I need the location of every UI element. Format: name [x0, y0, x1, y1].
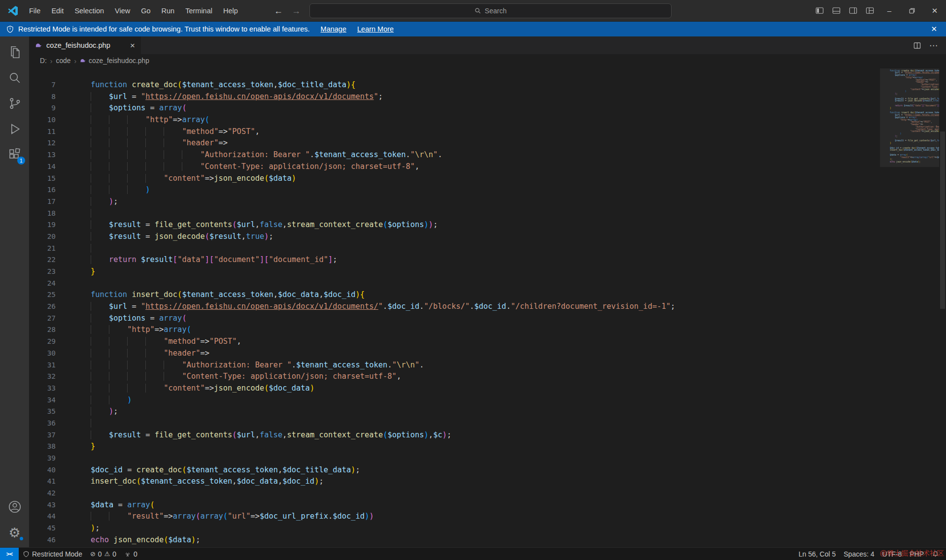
explorer-icon[interactable] — [0, 39, 29, 65]
line-number: 18 — [29, 208, 56, 220]
restore-button[interactable] — [901, 0, 923, 22]
extensions-icon[interactable]: 1 — [0, 142, 29, 167]
source-control-icon[interactable] — [0, 91, 29, 116]
code-line[interactable]: 32 "Content-Type: application/json; char… — [29, 371, 875, 383]
code-line[interactable]: 7function create_doc($tenant_access_toke… — [29, 79, 875, 91]
menu-terminal[interactable]: Terminal — [180, 0, 218, 22]
code-line[interactable]: 44 "result"=>array(array("url"=>$doc_url… — [29, 511, 875, 523]
code-line[interactable]: 33 "content"=>json_encode($doc_data) — [29, 383, 875, 395]
menu-selection[interactable]: Selection — [69, 0, 109, 22]
code-line[interactable]: 41insert_doc($tenant_access_token,$doc_d… — [29, 476, 875, 488]
php-icon — [35, 42, 42, 49]
code-line[interactable]: 19 $result = file_get_contents($url,fals… — [29, 219, 875, 231]
menu-edit[interactable]: Edit — [46, 0, 69, 22]
code-line[interactable]: 39 — [29, 453, 875, 464]
line-number: 45 — [29, 523, 56, 534]
banner-close-icon[interactable]: ✕ — [928, 25, 940, 33]
code-line[interactable]: 20 $result = json_decode($result,true); — [29, 231, 875, 243]
code-line[interactable]: 26 $url = "https://open.feishu.cn/open-a… — [29, 301, 875, 313]
extensions-badge: 1 — [17, 157, 25, 165]
toggle-secondary-sidebar-icon[interactable] — [845, 0, 861, 22]
minimap[interactable]: function create_doc($tenant_access_token… — [880, 67, 939, 547]
remote-indicator[interactable]: >< — [0, 548, 19, 560]
tab-coze-feishudoc[interactable]: coze_feishudoc.php × — [29, 36, 141, 54]
code-line[interactable]: 12 "header"=> — [29, 137, 875, 149]
code-line[interactable]: 45); — [29, 523, 875, 534]
code-line[interactable]: 46echo json_encode($data); — [29, 534, 875, 546]
breadcrumb-drive[interactable]: D: — [40, 57, 47, 65]
line-number: 34 — [29, 395, 56, 406]
code-line[interactable]: 24 — [29, 278, 875, 290]
code-line[interactable]: 37 $result = file_get_contents($url,fals… — [29, 429, 875, 441]
indentation-status[interactable]: Spaces: 4 — [840, 548, 878, 560]
account-icon[interactable] — [0, 494, 29, 520]
banner-text: Restricted Mode is intended for safe cod… — [18, 25, 310, 33]
customize-layout-icon[interactable] — [861, 0, 878, 22]
code-line[interactable]: 8 $url = "https://open.feishu.cn/open-ap… — [29, 91, 875, 103]
search-box[interactable]: Search — [309, 3, 672, 18]
code-line[interactable]: 13 "Authorization: Bearer ".$tenant_acce… — [29, 149, 875, 161]
code-line[interactable]: 27 $options = array( — [29, 313, 875, 325]
code-line[interactable]: 22 return $result["data"]["document"]["d… — [29, 254, 875, 266]
code-line[interactable]: 31 "Authorization: Bearer ".$tenant_acce… — [29, 360, 875, 371]
code-area[interactable]: 7function create_doc($tenant_access_toke… — [29, 67, 875, 547]
window-close-button[interactable]: ✕ — [923, 0, 946, 22]
scrollbar-thumb[interactable] — [940, 132, 945, 309]
line-number: 30 — [29, 348, 56, 360]
code-line[interactable]: 17 ); — [29, 196, 875, 208]
activity-bar: 1 ⚙ — [0, 36, 29, 547]
code-line[interactable]: 40$doc_id = create_doc($tenant_access_to… — [29, 464, 875, 476]
code-line[interactable]: 42 — [29, 488, 875, 499]
radio-tower-icon — [124, 551, 131, 558]
code-line[interactable]: 15 "content"=>json_encode($data) — [29, 173, 875, 185]
toggle-primary-sidebar-icon[interactable] — [811, 0, 828, 22]
code-line[interactable]: 18 — [29, 208, 875, 220]
code-line[interactable]: 43$data = array( — [29, 499, 875, 511]
vertical-scrollbar[interactable] — [939, 67, 946, 547]
problems-status[interactable]: ⊘ 0 ⚠ 0 — [86, 548, 120, 560]
tab-close-icon[interactable]: × — [129, 41, 136, 50]
code-line[interactable]: 16 ) — [29, 184, 875, 196]
line-number: 37 — [29, 429, 56, 441]
settings-sync-badge — [19, 536, 24, 541]
code-line[interactable]: 30 "header"=> — [29, 348, 875, 360]
code-line[interactable]: 23} — [29, 266, 875, 278]
code-line[interactable]: 25function insert_doc($tenant_access_tok… — [29, 289, 875, 301]
menu-go[interactable]: Go — [135, 0, 156, 22]
ports-status[interactable]: 0 — [120, 548, 141, 560]
minimize-button[interactable]: – — [878, 0, 901, 22]
restricted-mode-status[interactable]: Restricted Mode — [19, 548, 86, 560]
code-line[interactable]: 21 — [29, 243, 875, 255]
code-line[interactable]: 38} — [29, 441, 875, 453]
manage-link[interactable]: Manage — [321, 25, 346, 33]
more-actions-icon[interactable]: ⋯ — [926, 38, 941, 53]
code-line[interactable]: 29 "method"=>"POST", — [29, 336, 875, 348]
split-editor-icon[interactable] — [910, 38, 924, 53]
run-debug-icon[interactable] — [0, 116, 29, 142]
learn-more-link[interactable]: Learn More — [357, 25, 394, 33]
breadcrumb-file[interactable]: coze_feishudoc.php — [80, 57, 149, 65]
code-line[interactable]: 10 "http"=>array( — [29, 114, 875, 126]
menu-run[interactable]: Run — [156, 0, 180, 22]
code-line[interactable]: 28 "http"=>array( — [29, 324, 875, 336]
code-line[interactable]: 35 ); — [29, 406, 875, 418]
cursor-position[interactable]: Ln 56, Col 5 — [795, 548, 840, 560]
tab-label: coze_feishudoc.php — [46, 41, 110, 49]
menu-view[interactable]: View — [109, 0, 135, 22]
workbench: 1 ⚙ coze_feishudoc.php × — [0, 36, 946, 547]
line-number: 8 — [29, 91, 56, 103]
breadcrumb-folder[interactable]: code — [56, 57, 70, 65]
minimap-slider[interactable] — [880, 68, 939, 167]
menu-file[interactable]: File — [24, 0, 46, 22]
code-line[interactable]: 11 "method"=>"POST", — [29, 126, 875, 138]
code-line[interactable]: 14 "Content-Type: application/json; char… — [29, 161, 875, 173]
back-button[interactable]: ← — [274, 6, 283, 16]
menu-help[interactable]: Help — [218, 0, 243, 22]
forward-button[interactable]: → — [292, 6, 301, 16]
code-line[interactable]: 36 — [29, 418, 875, 429]
code-line[interactable]: 34 ) — [29, 395, 875, 406]
search-sidebar-icon[interactable] — [0, 65, 29, 91]
code-line[interactable]: 9 $options = array( — [29, 102, 875, 114]
toggle-panel-icon[interactable] — [828, 0, 845, 22]
settings-gear-icon[interactable]: ⚙ — [0, 520, 29, 545]
